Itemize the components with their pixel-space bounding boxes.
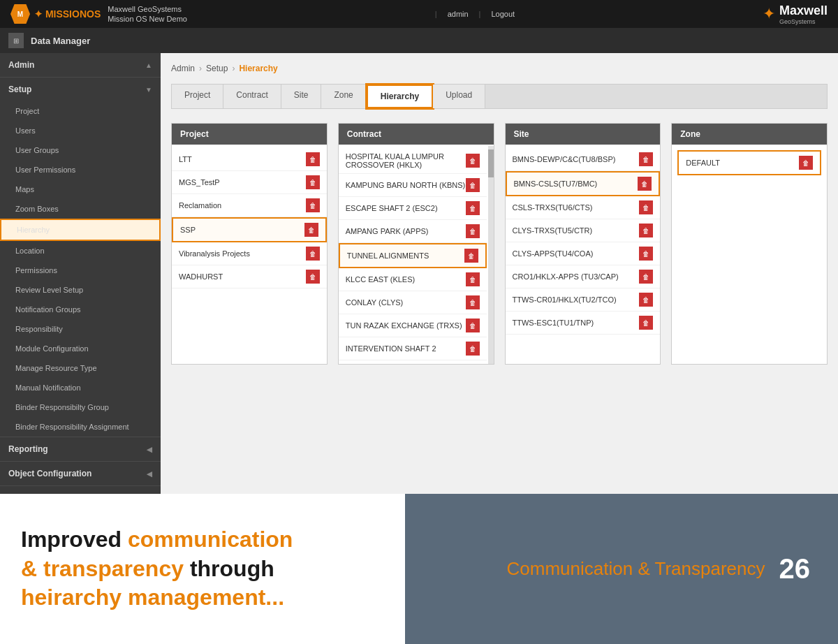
project-item-vibranalysis-label: Vibranalysis Projects: [179, 249, 250, 258]
sidebar-item-notification-groups[interactable]: Notification Groups: [0, 300, 161, 319]
project-item-mgs[interactable]: MGS_TestP 🗑: [172, 171, 327, 194]
delete-bmns-dewp-button[interactable]: 🗑: [639, 152, 653, 166]
promo-transparency: & transparency: [21, 556, 190, 581]
delete-esc2-button[interactable]: 🗑: [466, 201, 480, 215]
project-item-vibranalysis[interactable]: Vibranalysis Projects 🗑: [172, 242, 327, 265]
contract-item-kles[interactable]: KLCC EAST (KLES) 🗑: [339, 268, 487, 291]
site-item-cro1-hklx[interactable]: CRO1/HKLX-APPS (TU3/CAP) 🗑: [506, 265, 661, 288]
contract-item-apps[interactable]: AMPANG PARK (APPS) 🗑: [339, 220, 487, 243]
sidebar-item-responsibility[interactable]: Responsibility: [0, 319, 161, 339]
site-item-ttws-esc1-label: TTWS-ESC1(TU1/TNP): [513, 319, 594, 327]
delete-cro1-hklx-button[interactable]: 🗑: [639, 270, 653, 284]
delete-intervention-button[interactable]: 🗑: [466, 342, 480, 356]
site-item-clys-trxs[interactable]: CLYS-TRXS(TU5/CTR) 🗑: [506, 219, 661, 242]
promo-text: Improved communication & transparency th…: [21, 525, 293, 613]
project-item-ssp[interactable]: SSP 🗑: [172, 217, 327, 242]
sidebar-admin-label: Admin: [8, 60, 34, 70]
delete-ltt-button[interactable]: 🗑: [306, 152, 320, 166]
sidebar-item-project[interactable]: Project: [0, 101, 161, 121]
sidebar-item-binder-resp-group[interactable]: Binder Responsibilty Group: [0, 397, 161, 417]
maxwell-brand-block: Maxwell GeoSystems: [779, 3, 828, 25]
promo-section: Improved communication & transparency th…: [0, 494, 838, 644]
content-area: Admin › Setup › Hierarchy Project Contra…: [161, 53, 838, 494]
sidebar-reporting-label: Reporting: [8, 444, 48, 454]
sidebar-item-module-config[interactable]: Module Configuration: [0, 339, 161, 358]
tab-upload[interactable]: Upload: [433, 85, 485, 108]
sidebar-item-users[interactable]: Users: [0, 121, 161, 140]
sidebar-item-manage-resource[interactable]: Manage Resource Type: [0, 358, 161, 378]
delete-kbns-button[interactable]: 🗑: [466, 178, 480, 192]
site-item-bmns-csls[interactable]: BMNS-CSLS(TU7/BMC) 🗑: [506, 171, 661, 196]
delete-clys-trxs-button[interactable]: 🗑: [639, 224, 653, 237]
site-item-ttws-cr01[interactable]: TTWS-CR01/HKLX(TU2/TCO) 🗑: [506, 288, 661, 312]
site-item-bmns-dewp[interactable]: BMNS-DEWP/C&C(TU8/BSP) 🗑: [506, 148, 661, 171]
mission-brand: ✦ MISSIONOS: [34, 8, 101, 20]
breadcrumb-setup[interactable]: Setup: [206, 64, 228, 73]
tab-hierarchy[interactable]: Hierarchy: [367, 85, 433, 108]
promo-line2: & transparency through: [21, 555, 293, 584]
sidebar-item-zoom-boxes[interactable]: Zoom Boxes: [0, 199, 161, 219]
delete-vibranalysis-button[interactable]: 🗑: [306, 247, 320, 261]
delete-apps-button[interactable]: 🗑: [466, 224, 480, 238]
contract-item-trxs[interactable]: TUN RAZAK EXCHANGE (TRXS) 🗑: [339, 314, 487, 337]
contract-item-esc2[interactable]: ESCAPE SHAFT 2 (ESC2) 🗑: [339, 197, 487, 220]
sidebar-obj-config-section: Object Configuration ◀: [0, 462, 161, 486]
zone-item-default[interactable]: DEFAULT 🗑: [677, 150, 821, 175]
project-item-wadhurst[interactable]: WADHURST 🗑: [172, 265, 327, 288]
delete-default-zone-button[interactable]: 🗑: [799, 156, 813, 170]
site-item-ttws-cr01-label: TTWS-CR01/HKLX(TU2/TCO): [513, 295, 617, 304]
sidebar-obj-config-header[interactable]: Object Configuration ◀: [0, 462, 161, 485]
logout-link[interactable]: Logout: [491, 10, 515, 18]
contract-item-intervention[interactable]: INTERVENTION SHAFT 2 🗑: [339, 337, 487, 360]
app-bar: ⊞ Data Manager: [0, 28, 838, 53]
delete-reclamation-button[interactable]: 🗑: [306, 198, 320, 212]
contract-item-kbns[interactable]: KAMPUNG BARU NORTH (KBNS) 🗑: [339, 174, 487, 197]
delete-ssp-button[interactable]: 🗑: [304, 223, 318, 237]
sidebar-reporting-header[interactable]: Reporting ◀: [0, 437, 161, 461]
sidebar-item-manual-notif[interactable]: Manual Notification: [0, 378, 161, 397]
tab-site[interactable]: Site: [281, 85, 322, 108]
project-item-reclamation[interactable]: Reclamation 🗑: [172, 194, 327, 217]
delete-kles-button[interactable]: 🗑: [466, 272, 480, 286]
delete-trxs-button[interactable]: 🗑: [466, 319, 480, 332]
reporting-chevron-icon: ◀: [147, 446, 152, 453]
contract-item-hklx[interactable]: HOSPITAL KUALA LUMPUR CROSSOVER (HKLX) 🗑: [339, 148, 487, 174]
contract-scrollbar[interactable]: [488, 146, 494, 364]
delete-wadhurst-button[interactable]: 🗑: [306, 270, 320, 284]
contract-item-tunnel[interactable]: TUNNEL ALIGNMENTS 🗑: [339, 243, 487, 268]
delete-bmns-csls-button[interactable]: 🗑: [638, 177, 652, 191]
tab-project[interactable]: Project: [172, 85, 223, 108]
sidebar-admin-header[interactable]: Admin ▲: [0, 53, 161, 77]
sidebar-item-permissions[interactable]: Permissions: [0, 261, 161, 280]
sidebar-item-user-permissions[interactable]: User Permissions: [0, 160, 161, 180]
breadcrumb-current: Hierarchy: [239, 64, 277, 73]
site-item-clys-apps[interactable]: CLYS-APPS(TU4/COA) 🗑: [506, 242, 661, 265]
tab-contract[interactable]: Contract: [223, 85, 281, 108]
project-item-ltt[interactable]: LTT 🗑: [172, 148, 327, 171]
delete-clys-button[interactable]: 🗑: [466, 295, 480, 309]
sidebar-item-location[interactable]: Location: [0, 241, 161, 261]
sidebar-item-user-groups[interactable]: User Groups: [0, 140, 161, 160]
site-item-ttws-esc1[interactable]: TTWS-ESC1(TU1/TNP) 🗑: [506, 312, 661, 335]
delete-clys-apps-button[interactable]: 🗑: [639, 247, 653, 261]
delete-hklx-button[interactable]: 🗑: [466, 154, 480, 168]
delete-ttws-cr01-button[interactable]: 🗑: [639, 293, 653, 307]
contract-item-clys[interactable]: CONLAY (CLYS) 🗑: [339, 291, 487, 314]
sidebar-item-binder-resp-assign[interactable]: Binder Responsibility Assignment: [0, 417, 161, 437]
delete-tunnel-button[interactable]: 🗑: [464, 249, 478, 263]
site-item-csls-trxs[interactable]: CSLS-TRXS(TU6/CTS) 🗑: [506, 196, 661, 219]
delete-mgs-button[interactable]: 🗑: [306, 175, 320, 189]
sidebar-object-header[interactable]: Object ◀: [0, 486, 161, 494]
breadcrumb-admin[interactable]: Admin: [171, 64, 195, 73]
sidebar-item-hierarchy[interactable]: Hierarchy: [0, 219, 161, 241]
sidebar-item-maps[interactable]: Maps: [0, 180, 161, 199]
project-item-wadhurst-label: WADHURST: [179, 272, 223, 281]
sidebar-item-review-level[interactable]: Review Level Setup: [0, 280, 161, 300]
contract-item-hklx-label: HOSPITAL KUALA LUMPUR CROSSOVER (HKLX): [346, 152, 466, 169]
tab-zone[interactable]: Zone: [321, 85, 366, 108]
delete-ttws-esc1-button[interactable]: 🗑: [639, 316, 653, 330]
sidebar-setup-header[interactable]: Setup ▼: [0, 78, 161, 101]
tabs-bar: Project Contract Site Zone Hierarchy Upl…: [171, 84, 828, 109]
top-nav-sep1: |: [435, 10, 437, 18]
delete-csls-trxs-button[interactable]: 🗑: [639, 200, 653, 214]
